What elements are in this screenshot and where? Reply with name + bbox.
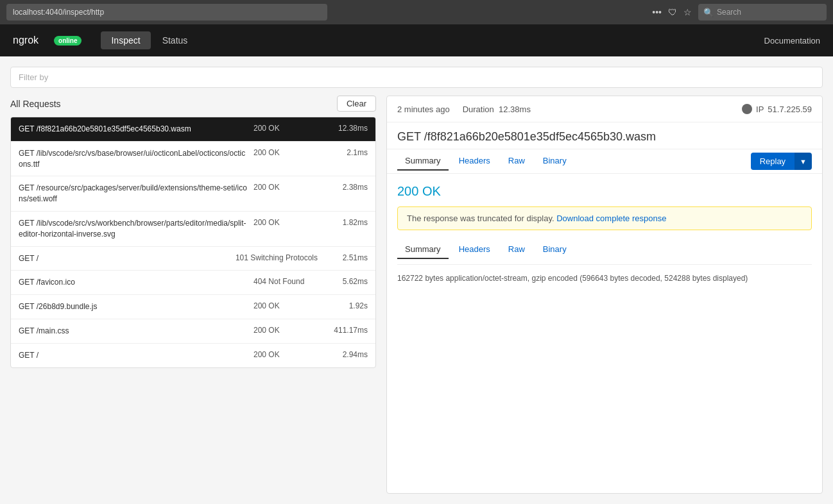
app-logo: ngrok <box>13 35 39 46</box>
more-icon[interactable]: ••• <box>652 7 662 17</box>
table-row[interactable]: GET / 200 OK 2.94ms <box>11 344 375 367</box>
meta-time: 2 minutes ago <box>397 105 450 114</box>
search-icon: 🔍 <box>703 8 714 17</box>
app-header-right: Documentation <box>764 36 820 46</box>
meta-duration: Duration 12.38ms <box>463 105 531 114</box>
user-icon <box>742 104 752 114</box>
browser-chrome: ••• 🛡 ☆ 🔍 <box>0 0 833 24</box>
request-time: 411.17ms <box>323 326 368 335</box>
tab-summary-response[interactable]: Summary <box>397 240 449 259</box>
requests-panel: All Requests Clear GET /f8f821a66b20e580… <box>10 96 376 494</box>
table-row[interactable]: GET /main.css 200 OK 411.17ms <box>11 319 375 344</box>
request-time: 12.38ms <box>323 124 368 133</box>
table-row[interactable]: GET /lib/vscode/src/vs/base/browser/ui/o… <box>11 142 375 177</box>
meta-ip: 51.7.225.59 <box>768 105 812 114</box>
replay-button-group: Replay ▼ <box>751 153 812 170</box>
table-row[interactable]: GET /favicon.ico 404 Not Found 5.62ms <box>11 271 375 295</box>
download-link[interactable]: Download complete response <box>556 214 666 223</box>
online-badge: online <box>54 36 82 46</box>
table-row[interactable]: GET /f8f821a66b20e5801e35df5ec4565b30.wa… <box>11 117 375 142</box>
ip-section: IP 51.7.225.59 <box>742 104 812 114</box>
request-url: GET / <box>19 253 230 264</box>
request-time: 2.1ms <box>323 148 368 157</box>
tab-raw-response[interactable]: Raw <box>501 240 533 259</box>
detail-body: 200 OK The response was truncated for di… <box>387 174 822 493</box>
request-time: 5.62ms <box>323 277 368 286</box>
tab-binary-response[interactable]: Binary <box>535 240 574 259</box>
tab-raw-request[interactable]: Raw <box>501 152 533 171</box>
table-row[interactable]: GET /resource/src/packages/server/build/… <box>11 176 375 212</box>
response-meta: 162722 bytes application/octet-stream, g… <box>397 273 812 284</box>
request-url: GET /f8f821a66b20e5801e35df5ec4565b30.wa… <box>19 124 248 135</box>
table-row[interactable]: GET /26b8d9.bundle.js 200 OK 1.92s <box>11 295 375 319</box>
detail-meta: 2 minutes ago Duration 12.38ms IP 51.7.2… <box>387 96 822 122</box>
request-time: 1.82ms <box>323 218 368 227</box>
truncated-notice: The response was truncated for display. … <box>397 206 812 230</box>
request-status: 200 OK <box>253 218 318 227</box>
main-content: Filter by All Requests Clear GET /f8f821… <box>0 56 833 504</box>
request-status: 101 Switching Protocols <box>236 253 318 262</box>
tab-binary-request[interactable]: Binary <box>535 152 574 171</box>
detail-title: GET /f8f821a66b20e5801e35df5ec4565b30.wa… <box>387 122 822 149</box>
table-row[interactable]: GET / 101 Switching Protocols 2.51ms <box>11 247 375 271</box>
nav-status[interactable]: Status <box>152 31 198 49</box>
request-status: 200 OK <box>253 326 318 335</box>
request-status: 200 OK <box>253 124 318 133</box>
documentation-link[interactable]: Documentation <box>764 36 820 46</box>
request-time: 2.94ms <box>323 350 368 359</box>
app-nav: Inspect Status <box>101 31 198 49</box>
tab-headers-request[interactable]: Headers <box>451 152 498 171</box>
request-url: GET /resource/src/packages/server/build/… <box>19 183 248 205</box>
nav-inspect[interactable]: Inspect <box>101 31 150 49</box>
request-time: 1.92s <box>323 301 368 310</box>
request-status: 200 OK <box>253 183 318 192</box>
tab-summary-request[interactable]: Summary <box>397 152 449 171</box>
search-input[interactable] <box>717 8 813 17</box>
request-tabs-row: Summary Headers Raw Binary Replay ▼ <box>387 149 822 174</box>
request-url: GET /favicon.ico <box>19 277 248 288</box>
app-header: ngrok online Inspect Status Documentatio… <box>0 24 833 56</box>
requests-list: GET /f8f821a66b20e5801e35df5ec4565b30.wa… <box>10 117 376 368</box>
request-url: GET /main.css <box>19 326 248 337</box>
table-row[interactable]: GET /lib/vscode/src/vs/workbench/browser… <box>11 212 375 247</box>
request-url: GET / <box>19 350 248 361</box>
star-icon[interactable]: ☆ <box>683 7 692 17</box>
request-time: 2.38ms <box>323 183 368 192</box>
shield-icon[interactable]: 🛡 <box>668 7 677 17</box>
request-url: GET /26b8d9.bundle.js <box>19 301 248 312</box>
request-status: 200 OK <box>253 148 318 157</box>
filter-bar[interactable]: Filter by <box>10 67 823 88</box>
columns: All Requests Clear GET /f8f821a66b20e580… <box>10 96 823 494</box>
request-status: 200 OK <box>253 301 318 310</box>
request-url: GET /lib/vscode/src/vs/base/browser/ui/o… <box>19 148 248 170</box>
request-url: GET /lib/vscode/src/vs/workbench/browser… <box>19 218 248 240</box>
request-status: 200 OK <box>253 350 318 359</box>
clear-button[interactable]: Clear <box>337 96 376 112</box>
address-bar[interactable] <box>6 4 327 21</box>
replay-dropdown[interactable]: ▼ <box>794 153 812 170</box>
request-status: 404 Not Found <box>253 277 318 286</box>
response-tabs-row: Summary Headers Raw Binary <box>397 240 812 265</box>
tab-headers-response[interactable]: Headers <box>451 240 498 259</box>
detail-panel: 2 minutes ago Duration 12.38ms IP 51.7.2… <box>386 96 823 494</box>
browser-search-bar[interactable]: 🔍 <box>698 4 827 21</box>
browser-icons: ••• 🛡 ☆ 🔍 <box>652 4 827 21</box>
replay-button[interactable]: Replay <box>751 153 794 170</box>
request-time: 2.51ms <box>323 253 368 262</box>
response-status: 200 OK <box>397 184 812 199</box>
requests-title: All Requests <box>10 99 61 109</box>
requests-header: All Requests Clear <box>10 96 376 112</box>
